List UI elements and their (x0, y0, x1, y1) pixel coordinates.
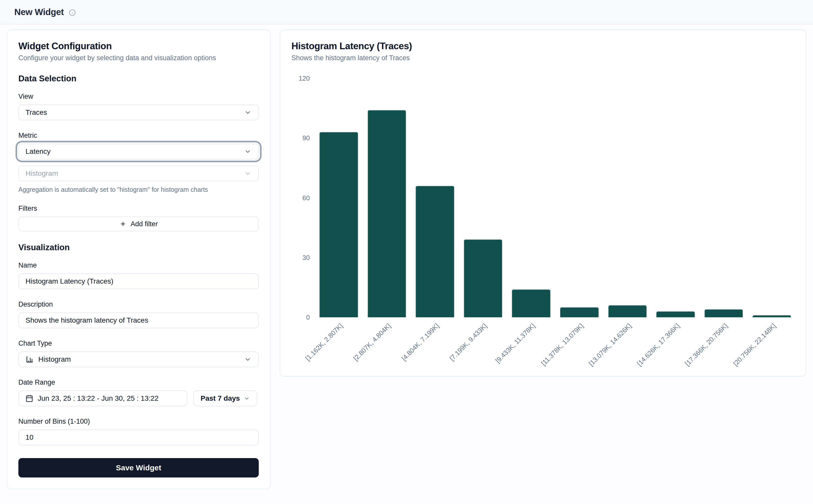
y-tick-label: 120 (299, 74, 310, 82)
bar-chart-icon (26, 355, 34, 363)
add-filter-label: Add filter (131, 220, 158, 228)
chevron-down-icon (244, 170, 252, 177)
bar-slot: [7.199K, 9.433K] (464, 78, 503, 317)
save-widget-button[interactable]: Save Widget (18, 458, 259, 477)
date-preset-value: Past 7 days (200, 394, 240, 402)
bar-slot: [4.804K, 7.199K] (416, 78, 454, 317)
histogram-bar[interactable] (464, 240, 503, 317)
name-input[interactable] (18, 273, 259, 289)
name-label: Name (18, 261, 259, 269)
bar-slot: [11.378K, 13.079K] (560, 78, 599, 317)
histogram-bar[interactable] (319, 132, 358, 317)
date-preset-select[interactable]: Past 7 days (193, 390, 257, 406)
date-range-value: Jun 23, 25 : 13:22 - Jun 30, 25 : 13:22 (38, 394, 180, 402)
page-title: New Widget (14, 7, 64, 17)
description-field: Description (18, 300, 259, 328)
metric-field: Metric Latency (18, 132, 259, 159)
bar-slot: [1.162K, 2.807K] (319, 78, 358, 317)
date-range-field: Date Range Jun 23, 25 : 13:22 - Jun 30, … (18, 379, 259, 406)
histogram-bar[interactable] (608, 305, 647, 317)
bins-field: Number of Bins (1-100) (18, 418, 259, 445)
histogram-bar[interactable] (512, 289, 551, 317)
aggregation-select: Histogram (18, 166, 259, 181)
bar-slot: [14.626K, 17.366K] (656, 78, 695, 317)
chevron-down-icon (243, 395, 250, 402)
histogram-bar[interactable] (416, 186, 454, 317)
histogram-bar[interactable] (705, 309, 743, 317)
chart-title: Histogram Latency (Traces) (291, 41, 795, 52)
chart-type-field: Chart Type Histogram (18, 339, 259, 367)
metric-select[interactable]: Latency (18, 144, 259, 159)
bar-slot: [13.079K, 14.626K] (608, 78, 647, 317)
histogram-bar[interactable] (753, 315, 791, 317)
filters-field: Filters Add filter (18, 205, 259, 231)
data-selection-heading: Data Selection (18, 74, 259, 83)
config-title: Widget Configuration (18, 41, 259, 52)
bar-slot: [9.433K, 11.378K] (512, 78, 551, 317)
bars: [1.162K, 2.807K][2.807K, 4.804K][4.804K,… (319, 78, 795, 317)
metric-select-value: Latency (26, 147, 244, 156)
visualization-heading: Visualization (18, 243, 259, 252)
aggregation-select-value: Histogram (26, 169, 244, 178)
date-range-picker[interactable]: Jun 23, 25 : 13:22 - Jun 30, 25 : 13:22 (18, 390, 187, 406)
y-axis: 0306090120 (291, 78, 310, 317)
chevron-down-icon (244, 148, 252, 155)
widget-configuration-panel: Widget Configuration Configure your widg… (7, 30, 270, 489)
bins-input[interactable] (18, 430, 259, 445)
y-tick-label: 60 (302, 194, 310, 202)
view-field: View Traces (18, 93, 259, 120)
bar-slot: [20.756K, 22.148K] (753, 78, 791, 317)
chart-type-label: Chart Type (18, 339, 259, 347)
add-filter-button[interactable]: Add filter (18, 217, 259, 231)
aggregation-helper-text: Aggregation is automatically set to "his… (18, 186, 259, 193)
name-field: Name (18, 261, 259, 289)
description-label: Description (18, 300, 259, 308)
histogram-bar[interactable] (656, 311, 695, 317)
date-range-label: Date Range (18, 379, 259, 386)
calendar-icon (26, 395, 33, 402)
view-select-value: Traces (26, 108, 244, 117)
chart-subtitle: Shows the histogram latency of Traces (291, 54, 795, 62)
chart-type-select[interactable]: Histogram (18, 351, 259, 367)
histogram-bar[interactable] (368, 110, 406, 317)
config-subtitle: Configure your widget by selecting data … (18, 54, 259, 62)
chart-preview-panel: Histogram Latency (Traces) Shows the his… (280, 30, 806, 376)
y-tick-label: 0 (306, 313, 310, 321)
bar-slot: [2.807K, 4.804K] (368, 78, 406, 317)
main-content: Widget Configuration Configure your widg… (0, 24, 813, 494)
chevron-down-icon (244, 356, 252, 363)
view-label: View (18, 93, 259, 100)
top-bar: New Widget (0, 0, 813, 24)
aggregation-field: Histogram Aggregation is automatically s… (18, 166, 259, 193)
histogram-chart: 0306090120 [1.162K, 2.807K][2.807K, 4.80… (291, 78, 795, 366)
y-tick-label: 90 (302, 134, 310, 142)
chart-type-value: Histogram (38, 355, 244, 363)
histogram-bar[interactable] (560, 307, 599, 317)
bins-label: Number of Bins (1-100) (18, 418, 259, 425)
y-tick-label: 30 (302, 254, 310, 261)
chevron-down-icon (244, 109, 252, 116)
description-input[interactable] (18, 312, 259, 328)
bar-slot: [17.366K, 20.756K] (705, 78, 743, 317)
view-select[interactable]: Traces (18, 105, 259, 120)
metric-label: Metric (18, 132, 259, 140)
filters-label: Filters (18, 205, 259, 212)
info-icon[interactable] (69, 9, 76, 16)
plus-icon (119, 220, 127, 228)
